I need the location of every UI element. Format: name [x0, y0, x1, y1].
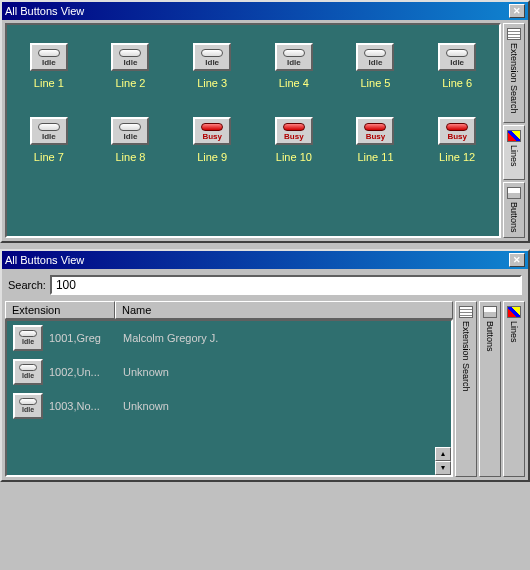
- side-tabs: Extension Search Buttons Lines: [455, 301, 525, 477]
- line-button[interactable]: Idle: [275, 43, 313, 71]
- status-led-icon: [38, 123, 60, 131]
- list-body: Idle 1001,Greg Malcolm Gregory J. Idle 1…: [5, 319, 453, 477]
- column-header-name[interactable]: Name: [115, 301, 453, 319]
- line-label: Line 10: [276, 151, 312, 163]
- line-cell: Busy Line 10: [262, 117, 326, 163]
- line-button[interactable]: Idle: [356, 43, 394, 71]
- line-label: Line 3: [197, 77, 227, 89]
- line-cell: Idle Line 7: [17, 117, 81, 163]
- status-led-icon: [38, 49, 60, 57]
- status-text: Busy: [447, 132, 467, 141]
- tab-label: Lines: [509, 145, 519, 167]
- line-label: Line 7: [34, 151, 64, 163]
- line-button[interactable]: Idle: [111, 117, 149, 145]
- side-tabs: Extension Search Lines Buttons: [501, 23, 525, 238]
- close-icon: ✕: [513, 6, 521, 16]
- row-status-button[interactable]: Idle: [13, 325, 43, 351]
- line-button[interactable]: Idle: [111, 43, 149, 71]
- line-button[interactable]: Busy: [193, 117, 231, 145]
- status-text: Idle: [205, 58, 219, 67]
- status-led-icon: [283, 123, 305, 131]
- line-cell: Busy Line 9: [180, 117, 244, 163]
- list-item[interactable]: Idle 1001,Greg Malcolm Gregory J.: [7, 321, 451, 355]
- status-text: Idle: [124, 132, 138, 141]
- line-label: Line 1: [34, 77, 64, 89]
- line-button[interactable]: Idle: [30, 117, 68, 145]
- close-button[interactable]: ✕: [509, 4, 525, 18]
- window-body: Idle Line 1 Idle Line 2 Idle Line 3 Idle…: [2, 20, 528, 241]
- scroll-up-button[interactable]: ▴: [435, 447, 451, 461]
- row-extension: 1002,Un...: [49, 366, 117, 378]
- window-title: All Buttons View: [5, 254, 84, 266]
- line-button[interactable]: Busy: [356, 117, 394, 145]
- status-text: Idle: [124, 58, 138, 67]
- status-led-icon: [201, 123, 223, 131]
- lines-icon: [507, 130, 521, 142]
- line-cell: Busy Line 12: [425, 117, 489, 163]
- line-label: Line 5: [361, 77, 391, 89]
- line-cell: Idle Line 3: [180, 43, 244, 89]
- lines-icon: [507, 306, 521, 318]
- tab-label: Buttons: [485, 321, 495, 352]
- status-led-icon: [364, 123, 386, 131]
- status-text: Idle: [42, 58, 56, 67]
- tab-label: Lines: [509, 321, 519, 343]
- line-button[interactable]: Idle: [30, 43, 68, 71]
- line-button[interactable]: Idle: [438, 43, 476, 71]
- line-cell: Idle Line 4: [262, 43, 326, 89]
- search-input[interactable]: [50, 275, 522, 295]
- tab-buttons[interactable]: Buttons: [503, 182, 525, 238]
- row-status-button[interactable]: Idle: [13, 393, 43, 419]
- tab-lines[interactable]: Lines: [503, 125, 525, 180]
- row-name: Unknown: [123, 400, 445, 412]
- close-button[interactable]: ✕: [509, 253, 525, 267]
- status-led-icon: [19, 330, 37, 337]
- tab-label: Extension Search: [509, 43, 519, 114]
- window-lines: All Buttons View ✕ Idle Line 1 Idle Line…: [0, 0, 530, 243]
- column-header-extension[interactable]: Extension: [5, 301, 115, 319]
- status-led-icon: [201, 49, 223, 57]
- line-cell: Idle Line 5: [344, 43, 408, 89]
- list-header: Extension Name: [5, 301, 453, 319]
- tab-extension-search[interactable]: Extension Search: [455, 301, 477, 477]
- lines-grid: Idle Line 1 Idle Line 2 Idle Line 3 Idle…: [17, 43, 489, 163]
- row-extension: 1001,Greg: [49, 332, 117, 344]
- row-status-button[interactable]: Idle: [13, 359, 43, 385]
- list-item[interactable]: Idle 1003,No... Unknown: [7, 389, 451, 423]
- line-cell: Idle Line 1: [17, 43, 81, 89]
- scroll-down-button[interactable]: ▾: [435, 461, 451, 475]
- tab-extension-search[interactable]: Extension Search: [503, 23, 525, 123]
- close-icon: ✕: [513, 255, 521, 265]
- status-led-icon: [446, 49, 468, 57]
- scroll-arrows: ▴ ▾: [435, 447, 451, 475]
- status-led-icon: [446, 123, 468, 131]
- line-cell: Idle Line 2: [99, 43, 163, 89]
- row-name: Malcolm Gregory J.: [123, 332, 445, 344]
- status-led-icon: [119, 123, 141, 131]
- row-extension: 1003,No...: [49, 400, 117, 412]
- search-row: Search:: [2, 269, 528, 301]
- status-text: Idle: [22, 338, 34, 345]
- line-cell: Busy Line 11: [344, 117, 408, 163]
- line-button[interactable]: Idle: [193, 43, 231, 71]
- tab-lines[interactable]: Lines: [503, 301, 525, 477]
- grid-icon: [459, 306, 473, 318]
- status-text: Busy: [284, 132, 304, 141]
- line-label: Line 11: [357, 151, 393, 163]
- list-item[interactable]: Idle 1002,Un... Unknown: [7, 355, 451, 389]
- line-button[interactable]: Busy: [275, 117, 313, 145]
- status-led-icon: [364, 49, 386, 57]
- tab-label: Buttons: [509, 202, 519, 233]
- lines-panel: Idle Line 1 Idle Line 2 Idle Line 3 Idle…: [5, 23, 501, 238]
- status-led-icon: [19, 364, 37, 371]
- row-name: Unknown: [123, 366, 445, 378]
- buttons-icon: [483, 306, 497, 318]
- line-button[interactable]: Busy: [438, 117, 476, 145]
- window-title: All Buttons View: [5, 5, 84, 17]
- line-label: Line 4: [279, 77, 309, 89]
- list-area: Extension Name Idle 1001,Greg Malcolm Gr…: [5, 301, 453, 477]
- window-body: Extension Name Idle 1001,Greg Malcolm Gr…: [2, 301, 528, 480]
- status-text: Idle: [22, 406, 34, 413]
- status-text: Idle: [369, 58, 383, 67]
- tab-buttons[interactable]: Buttons: [479, 301, 501, 477]
